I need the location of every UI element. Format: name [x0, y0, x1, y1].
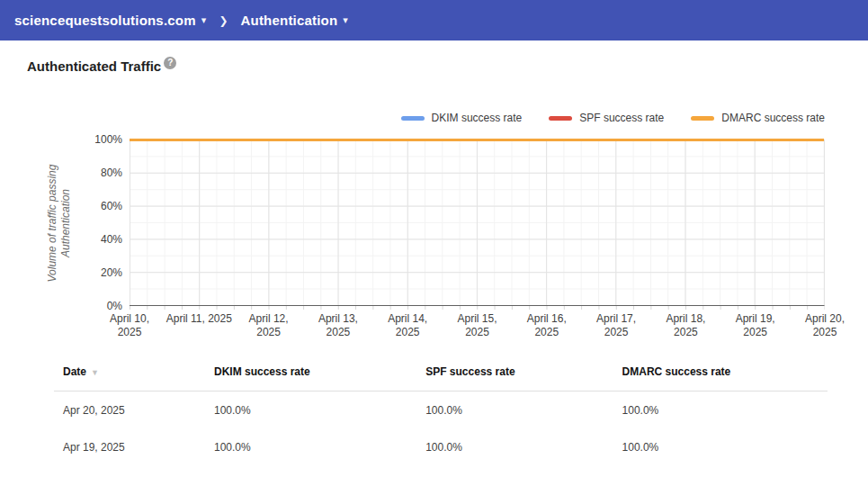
- plot-area: [130, 140, 825, 306]
- chevron-down-icon: ▾: [343, 14, 348, 26]
- legend-label-spf: SPF success rate: [579, 112, 664, 124]
- column-header-spf: SPF success rate: [425, 365, 622, 378]
- y-tick-100: 100%: [68, 133, 122, 146]
- dmarc-line-swatch: [691, 116, 714, 121]
- y-axis-title-line2: Authentication: [59, 188, 72, 256]
- cell-spf: 100.0%: [425, 441, 622, 454]
- domain-selector-dropdown[interactable]: sciencequestsolutions.com ▾: [14, 13, 206, 28]
- y-tick-0: 0%: [68, 300, 122, 312]
- legend-item-dmarc: DMARC success rate: [691, 112, 825, 124]
- table-header-row: Date▼ DKIM success rate SPF success rate…: [54, 356, 828, 392]
- dmarc-series-line: [130, 139, 824, 141]
- column-header-date-label: Date: [63, 365, 86, 378]
- authentication-results-table: Date▼ DKIM success rate SPF success rate…: [54, 356, 828, 465]
- chevron-down-icon: ▾: [201, 14, 207, 26]
- cell-date: Apr 20, 2025: [63, 404, 214, 417]
- y-tick-80: 80%: [68, 166, 122, 179]
- y-axis-title-line1: Volume of traffic passing: [46, 164, 58, 282]
- help-icon[interactable]: ?: [164, 57, 176, 69]
- cell-dkim: 100.0%: [214, 404, 425, 417]
- table-row: Apr 20, 2025 100.0% 100.0% 100.0%: [54, 392, 828, 428]
- dkim-line-swatch: [401, 116, 425, 121]
- x-label-apr20: April 20, 2025: [784, 312, 865, 339]
- y-tick-40: 40%: [68, 233, 122, 246]
- page-title: Authenticated Traffic: [27, 58, 161, 74]
- cell-dmarc: 100.0%: [622, 441, 819, 454]
- cell-spf: 100.0%: [425, 404, 622, 417]
- cell-date: Apr 19, 2025: [63, 441, 214, 454]
- section-selector-label: Authentication: [241, 13, 338, 28]
- section-selector-dropdown[interactable]: Authentication ▾: [241, 13, 349, 28]
- chart-legend: DKIM success rate SPF success rate DMARC…: [0, 112, 825, 124]
- y-axis-title: Volume of traffic passing Authentication: [46, 133, 73, 313]
- authenticated-traffic-chart: Volume of traffic passing Authentication…: [130, 140, 825, 306]
- sort-descending-icon: ▼: [91, 368, 99, 377]
- page-title-row: Authenticated Traffic ?: [27, 58, 868, 74]
- column-header-dmarc: DMARC success rate: [622, 365, 819, 378]
- domain-selector-label: sciencequestsolutions.com: [14, 13, 196, 28]
- column-header-dkim: DKIM success rate: [214, 365, 425, 378]
- legend-item-dkim: DKIM success rate: [401, 112, 523, 124]
- cell-dkim: 100.0%: [214, 441, 425, 454]
- app-bar: sciencequestsolutions.com ▾ ❯ Authentica…: [0, 0, 868, 40]
- legend-label-dkim: DKIM success rate: [432, 112, 523, 124]
- legend-item-spf: SPF success rate: [549, 112, 664, 124]
- breadcrumb-separator-icon: ❯: [219, 14, 228, 27]
- column-header-date[interactable]: Date▼: [63, 365, 214, 378]
- cell-dmarc: 100.0%: [622, 404, 819, 417]
- y-tick-20: 20%: [68, 266, 122, 279]
- x-axis-ticks: [130, 306, 825, 310]
- spf-line-swatch: [549, 116, 572, 121]
- legend-label-dmarc: DMARC success rate: [721, 112, 825, 124]
- y-tick-60: 60%: [68, 200, 122, 212]
- table-row: Apr 19, 2025 100.0% 100.0% 100.0%: [54, 428, 828, 465]
